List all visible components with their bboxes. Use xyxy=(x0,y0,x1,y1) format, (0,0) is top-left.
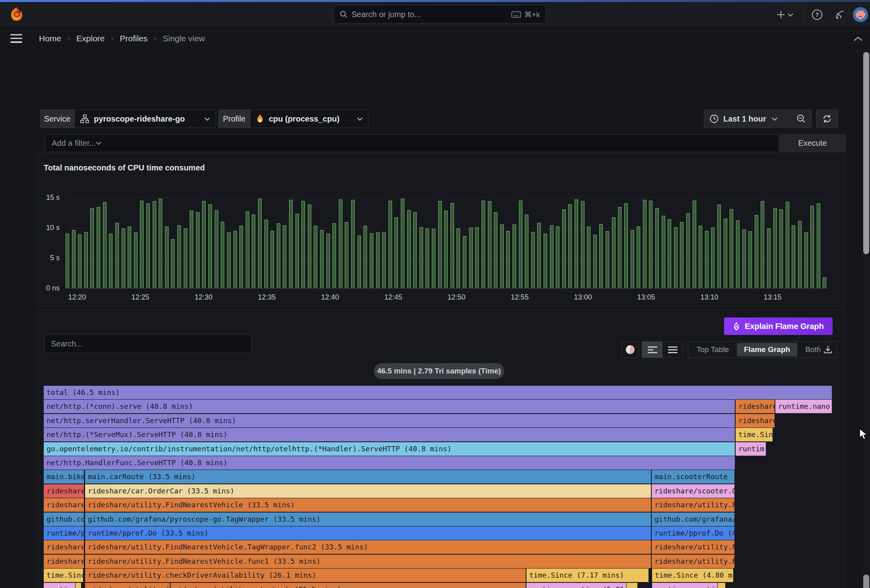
flame-node[interactable] xyxy=(718,583,725,588)
flame-node[interactable]: rideshare/utility.checkDriverAvailabilit… xyxy=(85,569,526,582)
chart-bar[interactable] xyxy=(724,219,727,288)
chart-bar[interactable] xyxy=(748,231,752,288)
flame-node[interactable]: rideshare/utility.F xyxy=(652,555,734,568)
chart-bar[interactable] xyxy=(215,210,218,288)
chart-bar[interactable] xyxy=(792,225,795,288)
view-option-flame-graph[interactable]: Flame Graph xyxy=(737,343,797,356)
flame-node[interactable]: rideshare xyxy=(44,540,84,554)
chart-bar[interactable] xyxy=(283,225,286,288)
chart-bar[interactable] xyxy=(407,210,411,288)
flame-node[interactable]: main.bike xyxy=(44,470,84,484)
chart-bar[interactable] xyxy=(332,223,336,288)
chart-bar[interactable] xyxy=(798,221,802,288)
chart-bar[interactable] xyxy=(674,227,678,288)
flame-node[interactable] xyxy=(76,583,81,588)
view-option-top-table[interactable]: Top Table xyxy=(689,343,736,356)
chart-bar[interactable] xyxy=(705,231,709,288)
chart-bar[interactable] xyxy=(190,211,193,288)
service-dropdown[interactable]: pyroscope-rideshare-go xyxy=(74,110,216,128)
align-justify-button[interactable] xyxy=(662,342,683,358)
chart-bar[interactable] xyxy=(649,201,652,288)
bottom-scrollbar-thumb[interactable] xyxy=(863,574,869,588)
chart-bar[interactable] xyxy=(463,236,466,288)
chart-bar[interactable] xyxy=(618,207,621,288)
chart-bar[interactable] xyxy=(295,214,299,288)
chart-bar[interactable] xyxy=(177,225,181,288)
chart-bar[interactable] xyxy=(456,228,460,288)
chart-bar[interactable] xyxy=(363,226,367,288)
flame-node[interactable]: main.carRoute (33.5 mins) xyxy=(85,470,651,484)
chart-bar[interactable] xyxy=(227,232,231,288)
chart-bar[interactable] xyxy=(413,212,417,288)
chart-bar[interactable] xyxy=(606,231,609,288)
profile-dropdown[interactable]: cpu (process_cpu) xyxy=(250,110,369,128)
chart-bar[interactable] xyxy=(90,208,94,288)
chart-bar[interactable] xyxy=(239,226,243,288)
chart-bar[interactable] xyxy=(680,222,684,288)
chart-bar[interactable] xyxy=(326,234,330,288)
flame-node[interactable]: time.Sinc xyxy=(44,569,83,582)
chart-bar[interactable] xyxy=(500,224,504,288)
flame-node[interactable] xyxy=(627,583,637,588)
chart-bar[interactable] xyxy=(264,220,268,288)
chart-bar[interactable] xyxy=(531,232,535,288)
chart-bar[interactable] xyxy=(432,229,435,288)
chart-bar[interactable] xyxy=(184,228,187,288)
chart-bar[interactable] xyxy=(668,219,671,288)
flame-node[interactable]: runtime/p xyxy=(44,526,84,540)
chart-bar[interactable] xyxy=(165,226,169,288)
chart-bar[interactable] xyxy=(66,234,69,288)
chart-bar[interactable] xyxy=(631,230,634,288)
flame-node[interactable]: rideshare xyxy=(44,555,84,568)
flame-node[interactable]: github.com/grafana/ xyxy=(652,513,734,526)
chart-bar[interactable] xyxy=(643,200,647,288)
flame-node[interactable]: runtime/pprof.Do (33.5 mins) xyxy=(85,526,651,540)
chart-bar[interactable] xyxy=(382,232,386,288)
flame-node[interactable]: github.co xyxy=(44,513,84,526)
chart-bar[interactable] xyxy=(779,209,783,288)
chart-bar[interactable] xyxy=(587,226,590,288)
chart-bar[interactable] xyxy=(277,223,280,288)
chart-bar[interactable] xyxy=(370,233,373,288)
collapse-button[interactable] xyxy=(850,33,866,44)
flame-node[interactable]: rideshare/scooter.O xyxy=(652,484,734,498)
chart-bar[interactable] xyxy=(401,199,404,288)
flame-search-input[interactable]: Search... xyxy=(44,335,252,353)
flame-node[interactable]: rideshare xyxy=(44,498,84,512)
chart-bar[interactable] xyxy=(662,216,665,288)
flame-node[interactable]: runtime xyxy=(44,583,75,588)
chart-bar[interactable] xyxy=(810,206,814,288)
chart-bar[interactable] xyxy=(593,235,597,288)
chart-bar[interactable] xyxy=(357,236,361,288)
chart-bar[interactable] xyxy=(693,201,696,288)
chart-bar[interactable] xyxy=(624,203,628,288)
chart-bar[interactable] xyxy=(159,199,162,288)
flame-node[interactable]: rideshare xyxy=(736,400,775,413)
align-left-button[interactable] xyxy=(642,342,662,358)
flame-node[interactable]: rideshare/utility.F xyxy=(652,540,734,554)
breadcrumb-item-home[interactable]: Home xyxy=(39,34,61,43)
chart-bar[interactable] xyxy=(394,217,398,288)
chart-bar[interactable] xyxy=(233,231,237,288)
flame-node[interactable]: rideshare/utility.FindNearestVehicle (33… xyxy=(85,498,651,512)
chart-bar[interactable] xyxy=(221,222,224,288)
flame-node[interactable]: main.scooterRoute xyxy=(652,470,734,484)
download-button[interactable] xyxy=(819,341,837,358)
chart-bar[interactable] xyxy=(134,232,138,288)
flame-node[interactable]: time.Since (4.80 m xyxy=(652,569,733,582)
chart-bar[interactable] xyxy=(345,222,348,288)
page-scrollbar-thumb[interactable] xyxy=(863,52,869,254)
flame-node[interactable]: runtime/pprof.Do (4 xyxy=(652,526,734,540)
chart-bar[interactable] xyxy=(773,208,777,288)
chart-bar[interactable] xyxy=(699,226,702,288)
global-search-input[interactable]: Search or jump to... ⌘+k xyxy=(334,5,546,23)
chart-bar[interactable] xyxy=(109,234,113,288)
chart-bar[interactable] xyxy=(171,239,175,288)
chart-bar[interactable] xyxy=(556,226,559,288)
grafana-logo[interactable] xyxy=(10,6,24,21)
chart-bar[interactable] xyxy=(475,227,479,288)
chart-bar[interactable] xyxy=(97,207,100,288)
chart-bar[interactable] xyxy=(767,228,771,288)
flame-node[interactable]: rideshare/car.OrderCar (33.5 mins) xyxy=(85,484,651,498)
flame-node[interactable]: runtime.nano xyxy=(775,400,832,413)
